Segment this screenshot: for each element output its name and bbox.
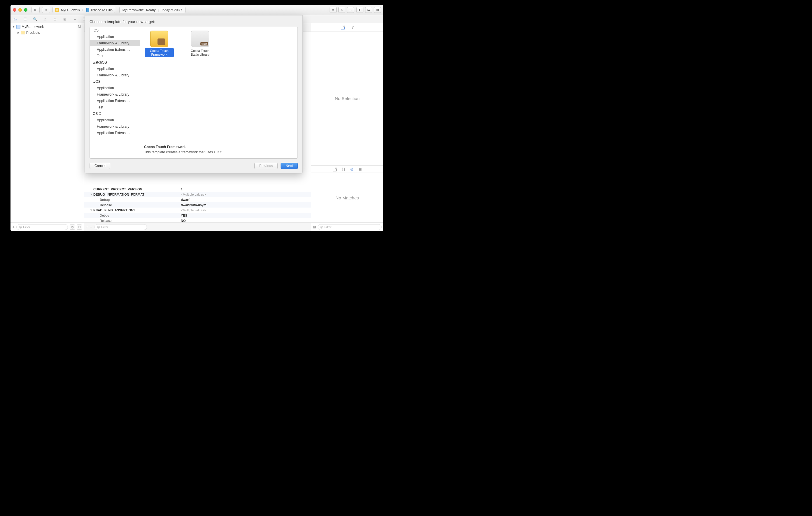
template-category-item[interactable]: tvOS	[90, 79, 140, 85]
library-icon	[191, 31, 209, 47]
build-setting-row[interactable]: ReleaseNO	[84, 218, 311, 222]
add-button[interactable]: +	[12, 225, 14, 230]
media-library-tab[interactable]: ▦	[358, 167, 362, 171]
scheme-selector[interactable]: MyFr…ework 〉 iPhone 6s Plus	[53, 7, 115, 13]
template-category-item[interactable]: Framework & Library	[90, 91, 140, 98]
toolbox-icon	[55, 8, 59, 12]
template-category-item[interactable]: watchOS	[90, 59, 140, 66]
navigator-filter-input[interactable]: ◎ Filter	[16, 224, 68, 230]
previous-button[interactable]: Previous	[254, 163, 278, 169]
build-setting-row[interactable]: ▼DEBUG_INFORMATION_FORMAT<Multiple value…	[84, 192, 311, 197]
group-row[interactable]: ▶ Products	[10, 30, 84, 36]
template-category-item[interactable]: Application Extensi…	[90, 130, 140, 136]
build-setting-row[interactable]: Releasedwarf-with-dsym	[84, 202, 311, 208]
editor-mode-buttons: ≡ ◎ ↔	[329, 7, 354, 13]
scheme-project-label: MyFr…ework	[61, 8, 80, 12]
toggle-navigator-button[interactable]: ◧	[356, 7, 364, 13]
build-setting-value[interactable]: dwarf-with-dsym	[181, 203, 206, 207]
disclosure-triangle-icon[interactable]: ▼	[90, 193, 93, 196]
minimize-window-button[interactable]	[18, 8, 22, 12]
symbol-navigator-tab[interactable]: ☰	[23, 17, 27, 22]
status-time: Today at 20:47	[161, 8, 182, 12]
template-category-item[interactable]: Application	[90, 85, 140, 91]
new-target-sheet: Choose a template for your new target: i…	[85, 15, 303, 174]
issue-navigator-tab[interactable]: ⚠︎	[42, 17, 47, 22]
disclosure-triangle-icon[interactable]: ▼	[12, 25, 15, 28]
template-category-item[interactable]: iOS	[90, 27, 140, 33]
template-category-item[interactable]: Framework & Library	[90, 72, 140, 79]
breakpoint-navigator-tab[interactable]: ⌁	[72, 17, 77, 22]
template-category-item[interactable]: Application	[90, 66, 140, 72]
version-editor-button[interactable]: ↔	[347, 7, 354, 13]
group-name: Products	[26, 31, 40, 35]
scm-filter-button[interactable]: ☒	[77, 224, 82, 230]
find-navigator-tab[interactable]: 🔍	[33, 17, 37, 22]
close-window-button[interactable]	[13, 8, 16, 12]
titlebar: MyFr…ework 〉 iPhone 6s Plus MyFramework:…	[10, 5, 383, 15]
template-desc-body: This template creates a framework that u…	[144, 150, 223, 154]
sheet-body: iOSApplicationFramework & LibraryApplica…	[90, 27, 298, 159]
template-category-item[interactable]: Framework & Library	[90, 40, 140, 47]
template-grid[interactable]: Cocoa Touch FrameworkCocoa Touch Static …	[140, 27, 297, 142]
build-setting-row[interactable]: Debugdwarf	[84, 197, 311, 202]
template-category-item[interactable]: Application Extensi…	[90, 47, 140, 53]
assistant-editor-button[interactable]: ◎	[338, 7, 345, 13]
build-setting-key: DEBUG_INFORMATION_FORMAT	[93, 193, 181, 196]
build-setting-value[interactable]: <Multiple values>	[181, 193, 206, 196]
library-filter-input[interactable]: ◎ Filter	[318, 224, 381, 230]
run-button[interactable]	[31, 7, 40, 13]
template-category-item[interactable]: Application Extensi…	[90, 98, 140, 104]
build-setting-value[interactable]: dwarf	[181, 198, 189, 202]
editor-footer: + − ◎ Filter	[84, 222, 311, 231]
build-setting-row[interactable]: DebugYES	[84, 213, 311, 218]
filter-placeholder: Filter	[23, 225, 30, 229]
template-tile[interactable]: Cocoa Touch Static Library	[185, 31, 215, 57]
template-category-item[interactable]: Test	[90, 104, 140, 111]
toggle-utilities-button[interactable]: ◨	[374, 7, 381, 13]
remove-target-button[interactable]: −	[90, 225, 92, 229]
object-library-tab[interactable]: ◎	[350, 167, 353, 171]
template-category-item[interactable]: Framework & Library	[90, 123, 140, 130]
debug-navigator-tab[interactable]: ⊞	[62, 17, 67, 22]
project-navigator-tab[interactable]: 🗂	[13, 17, 18, 22]
add-target-button[interactable]: +	[86, 225, 88, 229]
build-setting-value[interactable]: 1	[181, 187, 182, 191]
build-setting-row[interactable]: ▼ENABLE_NS_ASSERTIONS<Multiple values>	[84, 208, 311, 213]
build-setting-value[interactable]: YES	[181, 214, 187, 217]
code-snippet-library-tab[interactable]: { }	[342, 167, 345, 171]
navigator-footer: + ◎ Filter ◷ ☒	[10, 222, 84, 231]
template-tile[interactable]: Cocoa Touch Framework	[145, 31, 174, 57]
disclosure-triangle-icon[interactable]: ▶	[17, 31, 20, 34]
template-category-item[interactable]: OS X	[90, 111, 140, 117]
chevron-right-icon: 〉	[82, 8, 85, 12]
disclosure-triangle-icon[interactable]: ▼	[90, 209, 93, 212]
test-navigator-tab[interactable]: ◇	[53, 17, 57, 22]
filter-placeholder: Filter	[101, 225, 108, 229]
build-setting-row[interactable]: CURRENT_PROJECT_VERSION1	[84, 187, 311, 192]
navigator-list[interactable]: ▼ MyFramework M ▶ Products	[10, 23, 84, 222]
template-category-list[interactable]: iOSApplicationFramework & LibraryApplica…	[90, 27, 140, 158]
recent-filter-button[interactable]: ◷	[70, 224, 75, 230]
template-category-item[interactable]: Application	[90, 117, 140, 123]
panel-toggle-buttons: ◧ ⬓ ◨	[356, 7, 381, 13]
quickhelp-inspector-tab[interactable]: ?	[352, 25, 354, 29]
template-category-item[interactable]: Test	[90, 53, 140, 59]
build-setting-key: Debug	[93, 198, 181, 202]
stop-button[interactable]	[42, 7, 50, 13]
library-view-mode-button[interactable]: ⊞	[313, 225, 316, 229]
build-setting-value[interactable]: <Multiple values>	[181, 208, 206, 212]
cancel-button[interactable]: Cancel	[90, 163, 110, 169]
next-button[interactable]: Next	[281, 163, 298, 169]
settings-filter-input[interactable]: ◎ Filter	[94, 224, 147, 230]
build-setting-value[interactable]: NO	[181, 219, 186, 222]
build-setting-key: Release	[93, 203, 181, 207]
toggle-debug-button[interactable]: ⬓	[365, 7, 372, 13]
project-row[interactable]: ▼ MyFramework M	[10, 24, 84, 30]
build-setting-key: Release	[93, 219, 181, 222]
standard-editor-button[interactable]: ≡	[329, 7, 337, 13]
file-template-library-tab[interactable]	[333, 167, 337, 172]
file-inspector-tab[interactable]	[341, 25, 345, 29]
status-state: Ready	[146, 8, 156, 12]
zoom-window-button[interactable]	[24, 8, 27, 12]
template-category-item[interactable]: Application	[90, 33, 140, 40]
